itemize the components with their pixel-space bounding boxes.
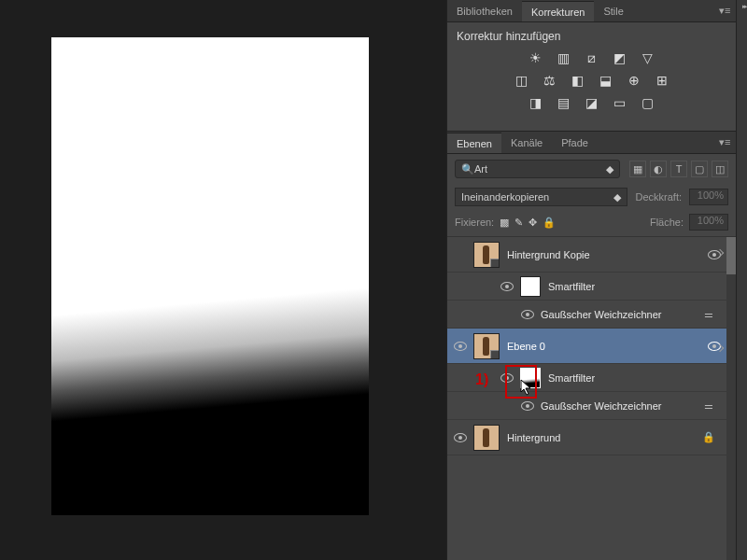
layer-name[interactable]: Smartfilter xyxy=(548,281,721,292)
filter-pixel-icon[interactable]: ▦ xyxy=(629,161,646,177)
layer-row[interactable]: Hintergrund Kopie xyxy=(447,237,726,273)
filter-mask-thumbnail[interactable] xyxy=(520,276,541,297)
layer-name[interactable]: Smartfilter xyxy=(548,372,721,384)
annotation-number: 1) xyxy=(475,371,488,388)
filter-settings-icon[interactable]: ⚌ xyxy=(697,399,721,412)
balance-icon[interactable]: ⚖ xyxy=(541,73,559,88)
lock-row: Fixieren: ▩ ✎ ✥ 🔒 Fläche: 100% xyxy=(447,210,736,237)
adjustments-title: Korrektur hinzufügen xyxy=(457,30,726,43)
lock-label: Fixieren: xyxy=(455,217,494,228)
layer-thumbnail[interactable] xyxy=(473,425,500,451)
invert-icon[interactable]: ◨ xyxy=(527,95,545,110)
tab-stile[interactable]: Stile xyxy=(594,1,632,21)
hue-icon[interactable]: ◫ xyxy=(513,73,531,88)
lock-all-icon[interactable]: 🔒 xyxy=(543,217,556,229)
exposure-icon[interactable]: ◩ xyxy=(611,50,629,65)
filter-visibility-toggle[interactable] xyxy=(514,310,541,319)
fill-label: Fläche: xyxy=(650,217,684,228)
filter-type-icon[interactable]: T xyxy=(670,161,687,177)
layer-row[interactable]: Gaußscher Weichzeichner ⚌ xyxy=(447,392,726,420)
color-lookup-icon[interactable]: ⊞ xyxy=(653,73,671,88)
filter-visibility-toggle[interactable] xyxy=(494,282,520,291)
selective-color-icon[interactable]: ▢ xyxy=(639,95,657,110)
blend-row: Ineinanderkopieren◆ Deckkraft: 100% xyxy=(447,184,736,210)
filter-adjust-icon[interactable]: ◐ xyxy=(650,161,667,177)
lock-transparency-icon[interactable]: ▩ xyxy=(500,217,509,229)
collapsed-panel-edge[interactable] xyxy=(736,0,747,560)
document-canvas[interactable] xyxy=(51,37,369,515)
layer-name[interactable]: Ebene 0 xyxy=(507,341,708,352)
lock-move-icon[interactable]: ✥ xyxy=(529,217,537,229)
levels-icon[interactable]: ▥ xyxy=(555,50,573,65)
layer-thumbnail[interactable] xyxy=(473,242,500,268)
layers-tabs: Ebenen Kanäle Pfade ▾≡ xyxy=(447,132,736,154)
channel-mixer-icon[interactable]: ⊕ xyxy=(625,73,643,88)
layer-row[interactable]: Gaußscher Weichzeichner ⚌ xyxy=(447,301,726,329)
adjustments-row-3: ◨ ▤ ◪ ▭ ▢ xyxy=(457,95,726,110)
filter-smart-icon[interactable]: ◫ xyxy=(712,161,728,177)
gradient-map-icon[interactable]: ▭ xyxy=(611,95,629,110)
lock-paint-icon[interactable]: ✎ xyxy=(514,217,523,229)
tab-ebenen[interactable]: Ebenen xyxy=(447,133,501,153)
filter-visibility-toggle[interactable] xyxy=(514,401,541,411)
tab-pfade[interactable]: Pfade xyxy=(552,133,598,152)
blend-mode-select[interactable]: Ineinanderkopieren◆ xyxy=(455,188,627,206)
layer-search[interactable]: 🔍 Art◆ xyxy=(455,160,620,178)
tab-kanaele[interactable]: Kanäle xyxy=(501,133,552,152)
visibility-toggle[interactable] xyxy=(447,342,473,351)
threshold-icon[interactable]: ◪ xyxy=(583,95,601,110)
opacity-input[interactable]: 100% xyxy=(689,189,728,205)
adjustments-tabs: Bibliotheken Korrekturen Stile ▾≡ xyxy=(447,0,736,22)
layer-name[interactable]: Hintergrund Kopie xyxy=(507,249,708,260)
curves-icon[interactable]: ⧄ xyxy=(583,50,601,65)
layers-list: Hintergrund Kopie Smartfilter Gaußscher … xyxy=(447,237,726,560)
filter-shape-icon[interactable]: ▢ xyxy=(691,161,708,177)
filter-settings-icon[interactable]: ⚌ xyxy=(697,308,721,320)
brightness-icon[interactable]: ☀ xyxy=(527,50,545,65)
filter-visibility-toggle[interactable] xyxy=(494,373,520,383)
posterize-icon[interactable]: ▤ xyxy=(555,95,573,110)
lock-icon: 🔒 xyxy=(697,431,721,443)
scrollbar[interactable] xyxy=(726,237,736,560)
layers-filter-row: 🔍 Art◆ ▦ ◐ T ▢ ◫ xyxy=(447,154,736,184)
opacity-label: Deckkraft: xyxy=(635,191,682,203)
tab-korrekturen[interactable]: Korrekturen xyxy=(522,1,594,21)
right-panels: Bibliotheken Korrekturen Stile ▾≡ Korrek… xyxy=(446,0,736,560)
layer-thumbnail[interactable] xyxy=(473,333,500,359)
photo-filter-icon[interactable]: ⬓ xyxy=(597,73,615,88)
visibility-toggle[interactable] xyxy=(447,433,473,442)
search-placeholder: Art xyxy=(474,163,487,175)
fill-input[interactable]: 100% xyxy=(689,214,728,231)
cursor-icon xyxy=(520,379,533,396)
layer-name[interactable]: Gaußscher Weichzeichner xyxy=(541,309,697,320)
layers-panel-menu-icon[interactable]: ▾≡ xyxy=(719,136,736,148)
vibrance-icon[interactable]: ▽ xyxy=(639,50,657,65)
layer-name[interactable]: Gaußscher Weichzeichner xyxy=(541,400,697,412)
layer-row[interactable]: Hintergrund 🔒 xyxy=(447,420,726,455)
layer-name[interactable]: Hintergrund xyxy=(507,432,697,443)
adjustments-row-2: ◫ ⚖ ◧ ⬓ ⊕ ⊞ xyxy=(457,73,726,88)
canvas-area xyxy=(0,0,446,560)
layer-row[interactable]: Smartfilter xyxy=(447,273,726,301)
adjustments-row-1: ☀ ▥ ⧄ ◩ ▽ xyxy=(457,50,726,65)
tab-bibliotheken[interactable]: Bibliotheken xyxy=(447,1,522,21)
layer-row[interactable]: Ebene 0 xyxy=(447,329,726,364)
layer-row[interactable]: Smartfilter xyxy=(447,364,726,392)
panel-menu-icon[interactable]: ▾≡ xyxy=(719,5,736,17)
bw-icon[interactable]: ◧ xyxy=(569,73,587,88)
adjustments-body: Korrektur hinzufügen ☀ ▥ ⧄ ◩ ▽ ◫ ⚖ ◧ ⬓ ⊕… xyxy=(447,22,736,132)
